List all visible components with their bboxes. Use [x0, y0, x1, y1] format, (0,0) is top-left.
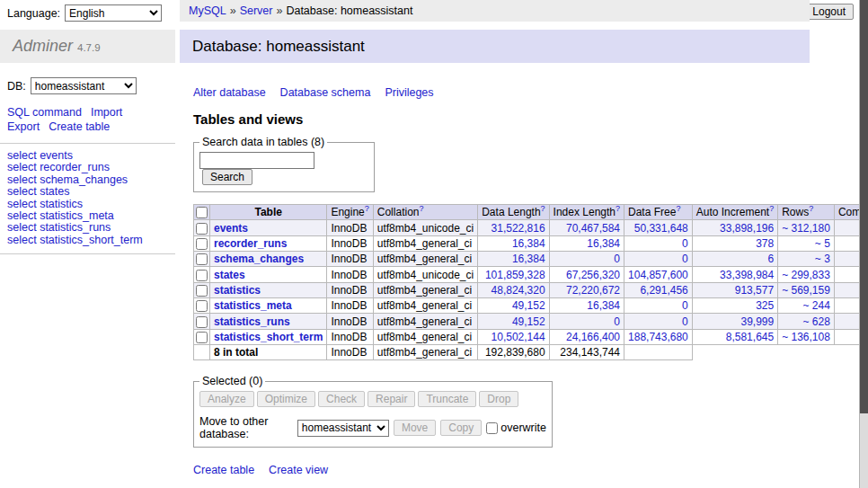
check-button[interactable]: Check [318, 391, 365, 407]
index-length-link[interactable]: 72,220,672 [566, 284, 620, 297]
row-checkbox[interactable] [196, 238, 208, 250]
rows-link[interactable]: ~ 628 [803, 315, 830, 328]
repair-button[interactable]: Repair [368, 391, 415, 407]
move-database-select[interactable]: homeassistant [297, 420, 389, 437]
index-length-link[interactable]: 16,384 [587, 299, 620, 312]
row-checkbox[interactable] [196, 223, 208, 235]
drop-button[interactable]: Drop [479, 391, 518, 407]
data-length-link[interactable]: 49,152 [512, 315, 545, 328]
sidebar-select-link[interactable]: select states [7, 186, 175, 198]
data-free-link[interactable]: 104,857,600 [628, 269, 688, 281]
index-length-link[interactable]: 0 [614, 315, 620, 328]
logout-button[interactable]: Logout [804, 4, 854, 20]
index-length-link[interactable]: 0 [614, 253, 620, 265]
sidebar-action-link[interactable]: Create table [49, 120, 110, 133]
row-checkbox[interactable] [196, 253, 208, 265]
table-name-link[interactable]: statistics [214, 284, 261, 297]
auto-increment-link[interactable]: 33,398,984 [720, 269, 774, 281]
rows-link[interactable]: ~ 312,180 [782, 222, 830, 235]
breadcrumb-mysql-link[interactable]: MySQL [189, 4, 226, 17]
help-link[interactable]: ? [419, 204, 423, 213]
rows-link[interactable]: ~ 136,108 [782, 331, 830, 343]
truncate-button[interactable]: Truncate [418, 391, 476, 407]
auto-increment-link[interactable]: 33,898,196 [720, 222, 774, 235]
overwrite-checkbox[interactable] [486, 422, 498, 434]
create-link[interactable]: Create view [269, 464, 328, 476]
help-link[interactable]: ? [676, 204, 680, 213]
sidebar-select-link[interactable]: select statistics_meta [7, 210, 175, 222]
auto-increment-link[interactable]: 8,581,645 [726, 331, 774, 343]
sidebar-action-link[interactable]: SQL command [7, 106, 82, 119]
data-length-link[interactable]: 48,824,320 [492, 284, 545, 297]
table-name-link[interactable]: states [214, 269, 245, 281]
sidebar-action-link[interactable]: Export [7, 120, 40, 133]
index-length-link[interactable]: 70,467,584 [566, 222, 620, 235]
select-all-checkbox[interactable] [196, 207, 208, 218]
index-length-link[interactable]: 16,384 [587, 237, 620, 250]
data-free-link[interactable]: 0 [682, 237, 688, 250]
data-free-link[interactable]: 6,291,456 [640, 284, 687, 297]
data-free-link[interactable]: 0 [682, 299, 688, 312]
help-link[interactable]: ? [616, 204, 620, 213]
data-length-link[interactable]: 49,152 [512, 299, 545, 312]
auto-increment-link[interactable]: 913,577 [735, 284, 774, 297]
rows-link[interactable]: ~ 3 [815, 253, 830, 265]
row-checkbox[interactable] [196, 316, 208, 328]
index-length-link[interactable]: 67,256,320 [566, 269, 620, 281]
sidebar-action-link[interactable]: Import [91, 106, 122, 119]
move-button[interactable]: Move [394, 420, 436, 436]
table-name-link[interactable]: statistics_short_term [214, 331, 323, 343]
optimize-button[interactable]: Optimize [257, 391, 315, 407]
rows-link[interactable]: ~ 5 [815, 237, 830, 250]
data-length-link[interactable]: 101,859,328 [485, 269, 545, 281]
rows-link[interactable]: ~ 299,833 [782, 269, 830, 281]
sidebar-select-link[interactable]: select statistics_short_term [7, 235, 175, 246]
sidebar-select-link[interactable]: select recorder_runs [7, 162, 175, 173]
app-title-link[interactable]: Adminer [13, 37, 73, 55]
sidebar-select-link[interactable]: select schema_changes [7, 174, 175, 186]
database-action-link[interactable]: Alter database [193, 86, 266, 99]
db-select[interactable]: homeassistant [31, 77, 137, 94]
auto-increment-link[interactable]: 325 [756, 299, 774, 312]
data-length-link[interactable]: 31,522,816 [492, 222, 545, 235]
sidebar-select-link[interactable]: select events [7, 150, 175, 162]
breadcrumb-server-link[interactable]: Server [240, 4, 273, 17]
table-name-link[interactable]: statistics_runs [214, 315, 290, 328]
row-checkbox[interactable] [196, 270, 208, 281]
help-link[interactable]: ? [365, 204, 369, 213]
table-name-link[interactable]: recorder_runs [214, 237, 287, 250]
data-free-link[interactable]: 0 [682, 253, 688, 265]
data-free-link[interactable]: 50,331,648 [634, 222, 688, 235]
rows-link[interactable]: ~ 569,159 [782, 284, 830, 297]
help-link[interactable]: ? [769, 204, 774, 213]
help-link[interactable]: ? [541, 204, 545, 213]
sidebar-select-link[interactable]: select statistics [7, 199, 175, 210]
row-checkbox[interactable] [196, 332, 208, 343]
database-action-link[interactable]: Database schema [280, 86, 371, 99]
table-name-link[interactable]: statistics_meta [214, 299, 292, 312]
row-checkbox[interactable] [196, 285, 208, 297]
data-length-link[interactable]: 16,384 [512, 237, 545, 250]
data-length-link[interactable]: 16,384 [512, 253, 545, 265]
sidebar-select-link[interactable]: select statistics_runs [7, 222, 175, 234]
table-name-link[interactable]: schema_changes [214, 253, 304, 265]
search-button[interactable]: Search [202, 169, 252, 185]
analyze-button[interactable]: Analyze [199, 391, 254, 407]
auto-increment-link[interactable]: 378 [756, 237, 774, 250]
table-name-link[interactable]: events [214, 222, 248, 235]
auto-increment-link[interactable]: 6 [767, 253, 774, 265]
rows-link[interactable]: ~ 244 [803, 299, 830, 312]
auto-increment-link[interactable]: 39,999 [740, 315, 774, 328]
create-link[interactable]: Create table [193, 464, 254, 476]
database-action-link[interactable]: Privileges [385, 86, 433, 99]
search-input[interactable] [199, 152, 314, 169]
data-length-link[interactable]: 10,502,144 [492, 331, 545, 343]
data-free-link[interactable]: 188,743,680 [628, 331, 688, 343]
index-length-link[interactable]: 24,166,400 [566, 331, 620, 343]
copy-button[interactable]: Copy [440, 420, 482, 436]
help-link[interactable]: ? [809, 204, 813, 213]
scrollbar-thumb[interactable] [860, 0, 868, 413]
vertical-scrollbar[interactable] [859, 0, 868, 488]
data-free-link[interactable]: 0 [682, 315, 688, 328]
row-checkbox[interactable] [196, 300, 208, 312]
